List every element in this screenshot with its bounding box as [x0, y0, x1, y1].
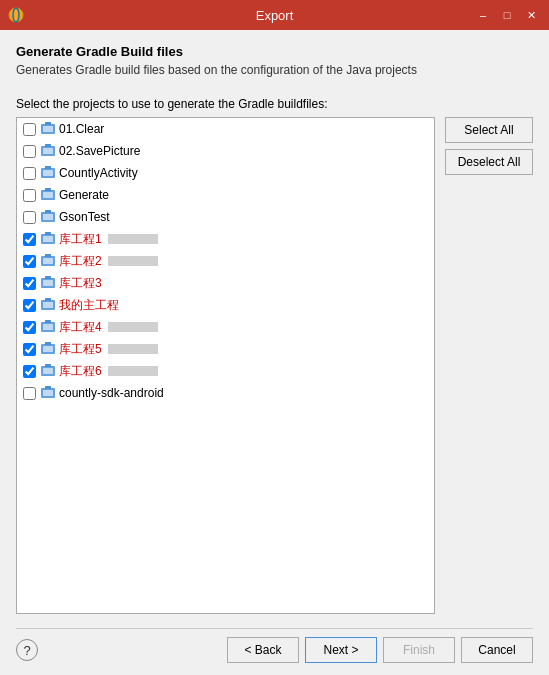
title-bar-left — [8, 7, 24, 23]
svg-rect-34 — [45, 342, 51, 345]
project-checkbox[interactable] — [23, 321, 36, 334]
project-checkbox[interactable] — [23, 211, 36, 224]
svg-rect-24 — [43, 280, 53, 286]
list-item[interactable]: 库工程3 — [17, 272, 434, 294]
project-checkbox[interactable] — [23, 255, 36, 268]
list-item[interactable]: 02.SavePicture — [17, 140, 434, 162]
svg-rect-22 — [45, 254, 51, 257]
svg-rect-4 — [45, 122, 51, 125]
svg-rect-40 — [45, 386, 51, 389]
project-label: 库工程3 — [59, 275, 102, 292]
list-item[interactable]: 库工程5 — [17, 338, 434, 360]
project-label: GsonTest — [59, 210, 110, 224]
dialog-subtitle: Generates Gradle build files based on th… — [16, 63, 533, 77]
project-icon — [40, 231, 56, 247]
svg-rect-30 — [43, 324, 53, 330]
title-bar: Export – □ ✕ — [0, 0, 549, 30]
list-item[interactable]: 我的主工程 — [17, 294, 434, 316]
project-checkbox[interactable] — [23, 167, 36, 180]
svg-rect-36 — [43, 368, 53, 374]
svg-rect-18 — [43, 236, 53, 242]
project-icon — [40, 275, 56, 291]
list-item[interactable]: 库工程2 — [17, 250, 434, 272]
list-item[interactable]: 库工程1 — [17, 228, 434, 250]
svg-rect-27 — [43, 302, 53, 308]
svg-rect-3 — [43, 126, 53, 132]
close-button[interactable]: ✕ — [521, 6, 541, 24]
eclipse-icon — [8, 7, 24, 23]
project-label: 库工程6 — [59, 363, 102, 380]
project-suffix — [108, 256, 158, 266]
project-checkbox[interactable] — [23, 299, 36, 312]
svg-rect-25 — [45, 276, 51, 279]
content-area: 01.Clear 02.SavePicture CountlyActivity … — [16, 117, 533, 614]
select-all-button[interactable]: Select All — [445, 117, 533, 143]
back-button[interactable]: < Back — [227, 637, 299, 663]
svg-rect-15 — [43, 214, 53, 220]
cancel-button[interactable]: Cancel — [461, 637, 533, 663]
project-suffix — [108, 234, 158, 244]
project-icon — [40, 187, 56, 203]
list-item[interactable]: countly-sdk-android — [17, 382, 434, 404]
list-item[interactable]: Generate — [17, 184, 434, 206]
project-checkbox[interactable] — [23, 233, 36, 246]
project-icon — [40, 253, 56, 269]
window-title: Export — [256, 8, 294, 23]
finish-button[interactable]: Finish — [383, 637, 455, 663]
project-label: Generate — [59, 188, 109, 202]
project-icon — [40, 341, 56, 357]
project-icon — [40, 319, 56, 335]
svg-rect-6 — [43, 148, 53, 154]
project-checkbox[interactable] — [23, 277, 36, 290]
window-controls: – □ ✕ — [473, 6, 541, 24]
list-item[interactable]: CountlyActivity — [17, 162, 434, 184]
project-icon — [40, 363, 56, 379]
project-suffix — [108, 344, 158, 354]
project-label: 我的主工程 — [59, 297, 119, 314]
project-checkbox[interactable] — [23, 387, 36, 400]
bottom-bar: ? < Back Next > Finish Cancel — [16, 628, 533, 663]
maximize-button[interactable]: □ — [497, 6, 517, 24]
dialog-header: Generate Gradle Build files Generates Gr… — [16, 44, 533, 89]
svg-rect-39 — [43, 390, 53, 396]
list-item[interactable]: 01.Clear — [17, 118, 434, 140]
project-suffix — [108, 322, 158, 332]
svg-rect-16 — [45, 210, 51, 213]
dialog-body: Generate Gradle Build files Generates Gr… — [0, 30, 549, 675]
project-list[interactable]: 01.Clear 02.SavePicture CountlyActivity … — [16, 117, 435, 614]
project-icon — [40, 209, 56, 225]
project-label: 库工程1 — [59, 231, 102, 248]
project-suffix — [108, 366, 158, 376]
project-label: 02.SavePicture — [59, 144, 140, 158]
project-label: 库工程4 — [59, 319, 102, 336]
project-label: 库工程2 — [59, 253, 102, 270]
project-icon — [40, 165, 56, 181]
project-icon — [40, 143, 56, 159]
project-checkbox[interactable] — [23, 123, 36, 136]
help-button[interactable]: ? — [16, 639, 38, 661]
project-checkbox[interactable] — [23, 189, 36, 202]
list-item[interactable]: GsonTest — [17, 206, 434, 228]
list-item[interactable]: 库工程4 — [17, 316, 434, 338]
project-label: 01.Clear — [59, 122, 104, 136]
svg-rect-31 — [45, 320, 51, 323]
project-icon — [40, 121, 56, 137]
next-button[interactable]: Next > — [305, 637, 377, 663]
project-label: countly-sdk-android — [59, 386, 164, 400]
project-icon — [40, 297, 56, 313]
project-checkbox[interactable] — [23, 145, 36, 158]
project-checkbox[interactable] — [23, 365, 36, 378]
svg-rect-12 — [43, 192, 53, 198]
svg-rect-9 — [43, 170, 53, 176]
svg-rect-13 — [45, 188, 51, 191]
minimize-button[interactable]: – — [473, 6, 493, 24]
side-buttons: Select All Deselect All — [445, 117, 533, 614]
svg-rect-19 — [45, 232, 51, 235]
svg-rect-37 — [45, 364, 51, 367]
nav-buttons: < Back Next > Finish Cancel — [227, 637, 533, 663]
list-item[interactable]: 库工程6 — [17, 360, 434, 382]
project-checkbox[interactable] — [23, 343, 36, 356]
dialog-title: Generate Gradle Build files — [16, 44, 533, 59]
deselect-all-button[interactable]: Deselect All — [445, 149, 533, 175]
dialog-label: Select the projects to use to generate t… — [16, 97, 533, 111]
